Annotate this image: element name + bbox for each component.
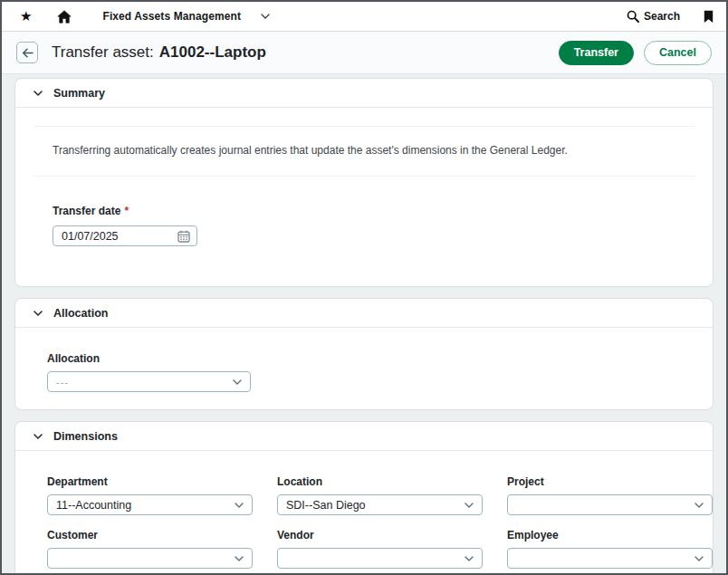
- vendor-label: Vendor: [277, 529, 483, 541]
- customer-select[interactable]: [47, 548, 253, 569]
- location-value: SDI--San Diego: [286, 499, 465, 512]
- department-select[interactable]: 11--Accounting: [47, 494, 253, 515]
- location-field: Location SDI--San Diego: [277, 475, 483, 515]
- allocation-value: ---: [56, 377, 233, 388]
- department-value: 11--Accounting: [56, 499, 235, 512]
- summary-instruction: Transferring automatically creates journ…: [15, 127, 713, 176]
- page-content: Summary Transferring automatically creat…: [2, 74, 726, 575]
- asset-name: A1002--Laptop: [159, 43, 266, 61]
- collapse-chevron-icon: [34, 311, 43, 316]
- department-label: Department: [47, 475, 253, 488]
- dimensions-section: Dimensions Department 11--Accounting Loc…: [14, 421, 714, 575]
- search-label: Search: [644, 10, 680, 23]
- app-switcher[interactable]: Fixed Assets Management: [102, 10, 270, 23]
- dimensions-title: Dimensions: [53, 430, 118, 443]
- customer-field: Customer: [47, 529, 253, 569]
- location-select[interactable]: SDI--San Diego: [277, 494, 483, 515]
- chevron-down-icon: [694, 556, 704, 561]
- employee-select[interactable]: [507, 548, 713, 569]
- search-icon: [627, 10, 639, 23]
- dimensions-section-header[interactable]: Dimensions: [15, 422, 713, 451]
- transfer-date-field: Transfer date*: [15, 177, 713, 286]
- allocation-title: Allocation: [53, 307, 108, 320]
- cancel-button[interactable]: Cancel: [644, 41, 712, 65]
- page-title-prefix: Transfer asset:: [52, 43, 154, 61]
- calendar-icon[interactable]: [177, 230, 190, 243]
- chevron-down-icon: [235, 556, 244, 561]
- chevron-down-icon: [261, 14, 270, 19]
- department-field: Department 11--Accounting: [47, 475, 253, 515]
- transfer-date-input[interactable]: [62, 230, 177, 243]
- customer-label: Customer: [47, 529, 253, 541]
- search-button[interactable]: Search: [627, 10, 680, 23]
- employee-field: Employee: [507, 529, 713, 569]
- allocation-label: Allocation: [47, 352, 713, 365]
- vendor-field: Vendor: [277, 529, 483, 569]
- summary-section-header[interactable]: Summary: [15, 79, 713, 108]
- summary-section: Summary Transferring automatically creat…: [14, 78, 714, 287]
- topbar: ★ Fixed Assets Management Search: [2, 2, 726, 32]
- favorites-star-icon[interactable]: ★: [20, 8, 32, 24]
- required-asterisk: *: [124, 205, 129, 217]
- collapse-chevron-icon: [34, 434, 43, 439]
- location-label: Location: [277, 475, 483, 488]
- collapse-chevron-icon: [34, 91, 43, 96]
- chevron-down-icon: [465, 556, 474, 561]
- app-window: ★ Fixed Assets Management Search: [0, 0, 728, 575]
- chevron-down-icon: [235, 503, 244, 508]
- allocation-section-header[interactable]: Allocation: [15, 299, 713, 328]
- project-field: Project: [507, 475, 713, 515]
- project-label: Project: [507, 475, 713, 488]
- page-title: Transfer asset:A1002--Laptop: [52, 43, 266, 62]
- summary-title: Summary: [53, 87, 105, 100]
- arrow-left-icon: [22, 48, 34, 58]
- bookmark-icon[interactable]: [704, 10, 714, 24]
- project-select[interactable]: [507, 494, 713, 515]
- allocation-select[interactable]: ---: [47, 371, 251, 392]
- vendor-select[interactable]: [277, 548, 483, 569]
- back-button[interactable]: [16, 42, 38, 63]
- allocation-section: Allocation Allocation ---: [14, 298, 714, 410]
- transfer-date-label: Transfer date: [53, 205, 120, 217]
- dimensions-grid: Department 11--Accounting Location SDI--…: [15, 451, 713, 575]
- chevron-down-icon: [465, 503, 474, 508]
- chevron-down-icon: [694, 503, 704, 508]
- transfer-button[interactable]: Transfer: [559, 41, 634, 65]
- employee-label: Employee: [507, 529, 713, 541]
- chevron-down-icon: [233, 379, 242, 385]
- page-header: Transfer asset:A1002--Laptop Transfer Ca…: [2, 32, 726, 74]
- home-icon[interactable]: [57, 10, 72, 24]
- app-title: Fixed Assets Management: [102, 10, 241, 23]
